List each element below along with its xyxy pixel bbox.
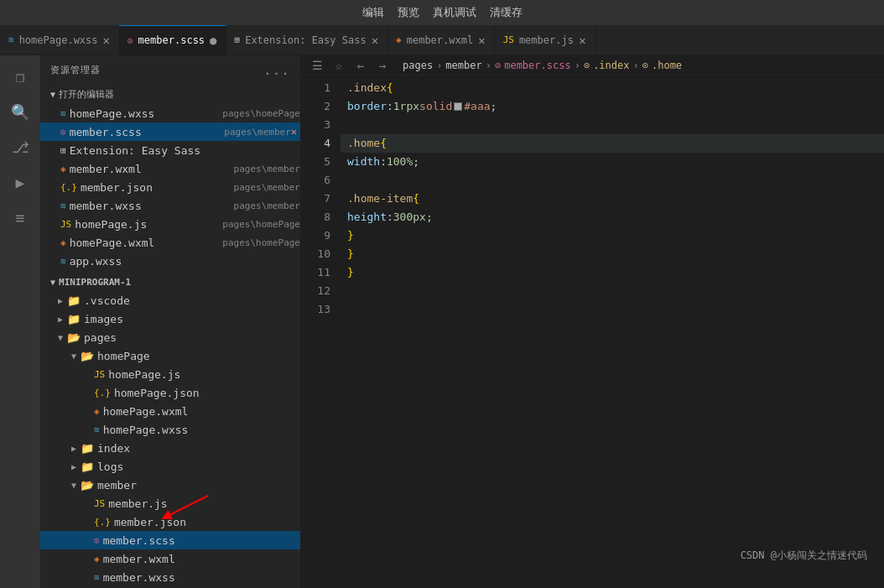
- tab-close-extension-easy-sass[interactable]: ✕: [372, 34, 378, 46]
- code-line[interactable]: border: 1rpx solid #aaa;: [341, 97, 884, 116]
- folder-icon: 📁: [81, 461, 94, 473]
- folder-item[interactable]: ▼ 📂 pages: [40, 328, 300, 346]
- open-editor-item[interactable]: ◈ homePage.wxml pages\homePage: [40, 233, 300, 252]
- folder-icon: 📂: [81, 350, 94, 362]
- code-line[interactable]: height: 300px;: [341, 208, 884, 226]
- breadcrumb-member[interactable]: member: [445, 60, 481, 71]
- file-name: member.json: [81, 181, 229, 194]
- code-line[interactable]: }: [341, 245, 884, 263]
- open-editor-item[interactable]: JS homePage.js pages\homePage: [40, 215, 300, 233]
- file-path: pages\member: [224, 127, 290, 138]
- file-type-icon: {.}: [94, 388, 111, 398]
- file-name: member.scss: [70, 126, 220, 138]
- file-path: pages\member: [234, 164, 300, 174]
- breadcrumb-pages[interactable]: pages: [403, 60, 433, 71]
- open-editor-item[interactable]: ≋ homePage.wxss pages\homePage: [40, 104, 300, 122]
- file-item[interactable]: {.} homePage.json: [40, 383, 300, 402]
- tab-icon-member-js: JS: [503, 34, 514, 45]
- file-name: homePage.js: [75, 218, 217, 231]
- file-item[interactable]: JS member.js: [40, 494, 300, 513]
- code-line[interactable]: .home {: [341, 134, 884, 153]
- breadcrumb-home[interactable]: .home: [652, 60, 682, 71]
- menu-item-edit[interactable]: 编辑: [362, 5, 384, 20]
- open-editor-item[interactable]: {.} member.json pages\member: [40, 178, 300, 196]
- file-item[interactable]: JS homePage.js: [40, 365, 300, 383]
- breadcrumb-index[interactable]: .index: [593, 60, 629, 71]
- open-editor-item[interactable]: ⊙ member.scss pages\member ✕: [40, 122, 300, 141]
- line-number: 3: [300, 116, 330, 134]
- sidebar-more-button[interactable]: ...: [263, 62, 290, 78]
- code-content[interactable]: .index { border: 1rpx solid #aaa; .home …: [341, 75, 884, 588]
- folder-icon: 📁: [67, 313, 81, 325]
- code-editor: 12345678910111213 .index { border: 1rpx …: [300, 75, 884, 588]
- tab-member-scss[interactable]: ⊙ member.scss ●: [119, 25, 226, 55]
- open-editors-section[interactable]: ▼ 打开的编辑器: [40, 85, 300, 104]
- code-line[interactable]: [341, 300, 884, 319]
- file-item[interactable]: ◈ member.wxml: [40, 549, 300, 568]
- back-icon[interactable]: ←: [351, 55, 371, 75]
- menu-item-clear[interactable]: 清缓存: [490, 5, 523, 20]
- sidebar-content: ▼ 打开的编辑器 ≋ homePage.wxss pages\homePage …: [40, 85, 300, 588]
- code-line[interactable]: [341, 116, 884, 134]
- file-item[interactable]: ⊙ member.scss: [40, 531, 300, 549]
- tab-homepage-wxss[interactable]: ≋ homePage.wxss ✕: [0, 25, 119, 55]
- activity-git-icon[interactable]: ⎇: [6, 133, 34, 161]
- activity-debug-icon[interactable]: ▶: [6, 168, 34, 196]
- file-tree: ▶ 📁 .vscode ▶ 📁 images ▼ 📂 pages ▼ 📂 hom…: [40, 291, 300, 588]
- activity-extensions-icon[interactable]: ≡: [6, 203, 34, 232]
- open-editor-item[interactable]: ≋ app.wxss: [40, 252, 300, 270]
- file-item[interactable]: ◈ homePage.wxml: [40, 402, 300, 420]
- file-type-icon: {.}: [94, 517, 111, 528]
- tab-extension-easy-sass[interactable]: ⊞ Extension: Easy Sass ✕: [226, 25, 388, 55]
- hamburger-icon[interactable]: ☰: [307, 55, 327, 75]
- folder-item[interactable]: ▶ 📁 .vscode: [40, 291, 300, 310]
- tab-label-homepage-wxss: homePage.wxss: [19, 34, 98, 46]
- tab-label-member-js: member.js: [519, 34, 574, 46]
- code-line[interactable]: }: [341, 226, 884, 245]
- tab-close-homepage-wxss[interactable]: ✕: [103, 34, 110, 46]
- code-line[interactable]: [341, 171, 884, 190]
- folder-item[interactable]: ▶ 📁 images: [40, 310, 300, 328]
- open-editor-item[interactable]: ◈ member.wxml pages\member: [40, 159, 300, 178]
- folder-item[interactable]: ▶ 📁 logs: [40, 457, 300, 476]
- tab-member-wxml[interactable]: ◈ member.wxml ✕: [387, 25, 495, 55]
- file-name: homePage.wxml: [70, 237, 218, 249]
- file-name: member.scss: [103, 534, 175, 547]
- tab-member-js[interactable]: JS member.js ✕: [495, 25, 595, 55]
- folder-item[interactable]: ▼ 📂 member: [40, 476, 300, 494]
- open-editor-item[interactable]: ≋ member.wxss pages\member: [40, 196, 300, 215]
- code-line[interactable]: [341, 282, 884, 300]
- file-type-icon: JS: [94, 369, 105, 380]
- file-type-icon: JS: [94, 498, 105, 509]
- forward-icon[interactable]: →: [372, 55, 393, 75]
- code-line[interactable]: .index {: [341, 79, 884, 97]
- tab-close-member-scss[interactable]: ●: [210, 34, 216, 46]
- folder-item[interactable]: ▼ 📂 homePage: [40, 346, 300, 365]
- activity-files-icon[interactable]: ❐: [6, 62, 34, 91]
- breadcrumb-file-icon: ⊙: [495, 60, 501, 71]
- file-path: pages\homePage: [222, 219, 300, 230]
- close-icon[interactable]: ✕: [291, 126, 297, 138]
- tab-close-member-wxml[interactable]: ✕: [478, 34, 485, 46]
- open-editor-item[interactable]: ⊞ Extension: Easy Sass: [40, 141, 300, 159]
- file-path: pages\member: [234, 200, 300, 211]
- code-line[interactable]: }: [341, 263, 884, 282]
- bookmark-icon[interactable]: ☆: [329, 55, 349, 75]
- file-type-icon: ◈: [94, 554, 100, 565]
- code-line[interactable]: width: 100%;: [341, 153, 884, 171]
- menu-item-debug[interactable]: 真机调试: [433, 5, 476, 20]
- line-number: 11: [300, 263, 330, 282]
- file-item[interactable]: ≋ member.wxss: [40, 568, 300, 586]
- menu-item-preview[interactable]: 预览: [398, 5, 419, 20]
- tab-close-member-js[interactable]: ✕: [579, 34, 585, 46]
- file-item[interactable]: {.} member.json: [40, 513, 300, 531]
- file-icon: ≋: [60, 108, 66, 119]
- breadcrumb-file[interactable]: member.scss: [504, 60, 570, 71]
- file-item[interactable]: ≋ homePage.wxss: [40, 420, 300, 439]
- code-line[interactable]: .home-item {: [341, 190, 884, 208]
- project-section[interactable]: ▼ MINIPROGRAM-1: [40, 273, 300, 291]
- file-name: homePage.json: [114, 387, 200, 399]
- folder-item[interactable]: ▶ 📁 index: [40, 439, 300, 457]
- file-icon: ⊙: [60, 127, 66, 138]
- activity-search-icon[interactable]: 🔍: [6, 97, 34, 126]
